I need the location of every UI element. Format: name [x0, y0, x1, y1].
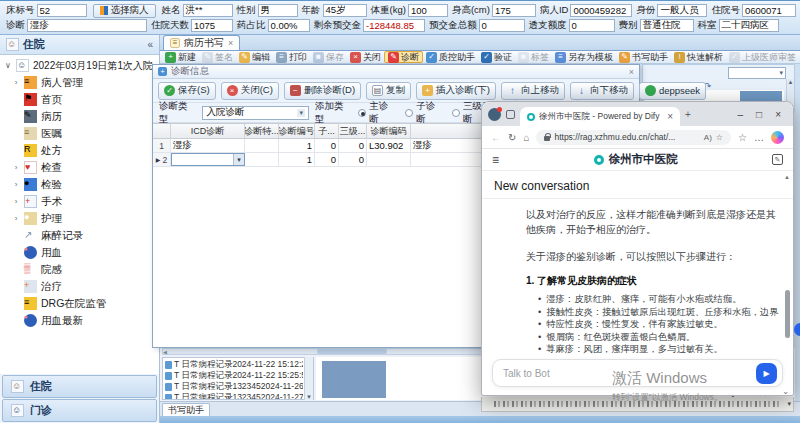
diagnosis-type-radio[interactable]: 主诊断	[358, 100, 397, 126]
tab-emr-writing[interactable]: 病历书写 ×	[163, 35, 240, 50]
workspaces-icon[interactable]	[506, 110, 515, 119]
patient-field-input[interactable]: -128448.85	[363, 19, 425, 32]
toolbar-button[interactable]: 保存	[310, 51, 347, 63]
sidebar-item[interactable]: 用血	[0, 244, 159, 261]
diagnosis-feature-cell[interactable]	[245, 139, 279, 152]
grid-column-header[interactable]: 诊断特...	[245, 124, 279, 138]
dialog-toolbar-button[interactable]: 向上移动	[501, 82, 565, 100]
patient-field-input[interactable]: 0000459282	[570, 4, 632, 17]
toolbar-button[interactable]: 另存为模板	[552, 51, 616, 63]
new-conversation-icon[interactable]: ✎	[772, 154, 783, 165]
patient-field-input[interactable]: 二十四病区	[719, 19, 779, 32]
sub-diagnosis-cell[interactable]: 0	[315, 153, 339, 166]
record-list-scrollbar[interactable]: ▼	[304, 357, 313, 400]
copilot-icon[interactable]	[771, 131, 784, 144]
admission-root-item[interactable]: 2022年03月19日第1次入院	[0, 57, 159, 74]
dialog-toolbar-button[interactable]: 关闭(C)	[221, 82, 279, 100]
dialog-toolbar-button[interactable]: 复制	[366, 82, 411, 100]
dialog-toolbar-button[interactable]: 保存(S)	[158, 82, 216, 100]
home-icon[interactable]: ⌂	[523, 132, 529, 143]
select-patient-button[interactable]: 选择病人	[93, 4, 156, 18]
address-bar[interactable]: https://rag.xzhmu.edu.cn/chat/... A) ☆	[536, 130, 731, 145]
patient-field-input[interactable]: 普通住院	[640, 19, 694, 32]
patient-field-input[interactable]: 0600071	[742, 4, 796, 17]
sidebar-item[interactable]: 用血最新	[0, 312, 159, 329]
patient-field-input[interactable]: 湿疹	[27, 19, 147, 32]
dialog-titlebar[interactable]: 诊断信息 ×	[153, 65, 639, 79]
sidebar-item[interactable]: 检验	[0, 176, 159, 193]
record-list-item[interactable]: T 日常病程记录2024-11-22 15:12:2...	[165, 359, 303, 370]
patient-field-input[interactable]: 175	[492, 4, 536, 17]
dialog-toolbar-button[interactable]: 向下移动	[570, 82, 634, 100]
back-icon[interactable]: ←	[491, 132, 501, 143]
toolbar-button[interactable]: 签名	[199, 51, 236, 63]
dialog-close-icon[interactable]: ×	[629, 67, 634, 77]
read-aloud-icon[interactable]: A)	[704, 133, 712, 142]
editor-combobox[interactable]: ▾	[728, 67, 786, 79]
patient-field-input[interactable]: 100	[408, 4, 448, 17]
bed-number-input[interactable]: 52	[37, 4, 87, 17]
url-text[interactable]: https://rag.xzhmu.edu.cn/chat/...	[554, 132, 699, 142]
toolbar-button[interactable]: 打印	[273, 51, 310, 63]
favorites-icon[interactable]: ☆	[738, 132, 747, 143]
sidebar-collapse-button[interactable]: «	[147, 39, 153, 50]
sidebar-nav-button[interactable]: 门诊	[2, 399, 157, 422]
diagnosis-feature-cell[interactable]	[245, 153, 279, 166]
tab-close-icon[interactable]: ×	[228, 38, 233, 48]
diagnosis-code-cell[interactable]: L30.902	[367, 139, 411, 152]
sidebar-item[interactable]: 首页	[0, 91, 159, 108]
sidebar-header[interactable]: 住院 «	[0, 35, 159, 55]
diagnosis-type-radio[interactable]: 子诊断	[405, 100, 444, 126]
diagnosis-code-cell[interactable]	[367, 153, 411, 166]
favorite-star-icon[interactable]: ☆	[716, 133, 723, 142]
maximize-button[interactable]: □	[756, 109, 762, 120]
sidebar-item[interactable]: 麻醉记录	[0, 227, 159, 244]
toolbar-button[interactable]: 上级医师审签	[726, 51, 799, 63]
browser-profile-icon[interactable]	[488, 108, 501, 121]
patient-field-input[interactable]: 0	[569, 19, 615, 32]
toolbar-button[interactable]: 新建	[162, 51, 199, 63]
third-level-cell[interactable]: 0	[339, 139, 367, 152]
record-list-item[interactable]: T 日常病程记录1323452024-11-27 ...	[165, 392, 303, 400]
toolbar-button[interactable]: 关闭	[347, 51, 384, 63]
patient-field-input[interactable]: 0.00%	[268, 19, 310, 32]
toolbar-button[interactable]: 标签	[515, 51, 552, 63]
chat-input[interactable]: Talk to Bot	[503, 368, 756, 379]
toolbar-button[interactable]: 诊断	[384, 51, 423, 63]
sidebar-item[interactable]: 护理	[0, 210, 159, 227]
patient-field-input[interactable]: 一般人员	[657, 4, 707, 17]
scroll-up-icon[interactable]: ▲	[784, 174, 790, 180]
tab-writing-assistant[interactable]: 书写助手	[162, 403, 210, 417]
icd-diagnosis-cell[interactable]	[171, 153, 245, 166]
sidebar-item[interactable]: 病人管理	[0, 74, 159, 91]
grid-column-header[interactable]: 诊断编码	[367, 124, 411, 138]
sidebar-item[interactable]: 病历	[0, 108, 159, 125]
chat-scrollbar-thumb[interactable]	[785, 290, 790, 338]
dialog-toolbar-button[interactable]: 删除诊断(D)	[284, 82, 361, 100]
tab-close-icon[interactable]: ×	[667, 111, 673, 122]
diagnosis-type-select[interactable]: 入院诊断	[202, 106, 308, 120]
icd-diagnosis-cell[interactable]: 湿疹	[171, 139, 245, 152]
sidebar-nav-button[interactable]: 住院	[2, 375, 157, 398]
close-button[interactable]: ×	[775, 109, 781, 120]
sidebar-item[interactable]: DRG在院监管	[0, 295, 159, 312]
sub-diagnosis-cell[interactable]: 0	[315, 139, 339, 152]
third-level-cell[interactable]: 0	[339, 153, 367, 166]
sidebar-item[interactable]: 检查	[0, 159, 159, 176]
sidebar-item[interactable]: 治疗	[0, 278, 159, 295]
record-list-item[interactable]: T 日常病程记录2024-11-22 15:25:5...	[165, 370, 303, 381]
refresh-icon[interactable]: ↻	[508, 132, 516, 143]
toolbar-button[interactable]: 编辑	[236, 51, 273, 63]
patient-field-input[interactable]: 1075	[191, 19, 233, 32]
toolbar-button[interactable]: 快速解析	[671, 51, 726, 63]
browser-tab[interactable]: 徐州市中医院 - Powered by Dify ×	[520, 107, 680, 126]
dialog-toolbar-button[interactable]: 插入诊断(下)	[416, 82, 496, 100]
toolbar-button[interactable]: 质控助手	[423, 51, 478, 63]
grid-column-header[interactable]: 诊断编号	[279, 124, 315, 138]
dialog-toolbar-button[interactable]: deppseek	[639, 82, 706, 100]
patient-field-input[interactable]: 45岁	[323, 4, 367, 17]
collapse-chevron-icon[interactable]: ⌄	[782, 387, 789, 396]
diagnosis-no-cell[interactable]: 1	[279, 153, 315, 166]
grid-column-header[interactable]: 三级...	[339, 124, 367, 138]
more-options-icon[interactable]: …	[754, 132, 764, 143]
